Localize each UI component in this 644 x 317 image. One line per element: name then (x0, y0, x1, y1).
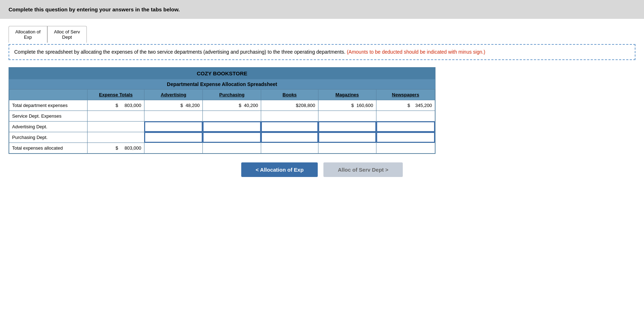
table-subtitle: Departmental Expense Allocation Spreadsh… (9, 79, 435, 89)
cell-purdept-expense-totals (88, 132, 144, 143)
col-header-row-label (9, 90, 88, 100)
row-label-purchasing-dept: Purchasing Dept. (9, 132, 88, 143)
table-row: Service Dept. Expenses (9, 111, 435, 122)
cell-total-books: $208,800 (261, 100, 318, 111)
cell-total-magazines: $ 160,600 (318, 100, 376, 111)
table-row: Total department expenses $ 803,000 $ 48… (9, 100, 435, 111)
cell-advdept-expense-totals (88, 122, 144, 132)
input-advdept-advertising[interactable] (144, 122, 202, 132)
banner-text: Complete this question by entering your … (9, 6, 180, 12)
cell-alloc-books (261, 143, 318, 154)
col-header-newspapers: Newspapers (376, 90, 435, 100)
table-row: Total expenses allocated $ 803,000 (9, 143, 435, 154)
col-header-magazines: Magazines (318, 90, 376, 100)
row-label-advertising-dept: Advertising Dept. (9, 122, 88, 132)
tab-alloc-serv-dept[interactable]: Alloc of ServDept (47, 26, 87, 43)
cell-service-advertising (144, 111, 203, 122)
cell-advdept-purchasing[interactable] (203, 122, 261, 132)
row-label-total-dept-expenses: Total department expenses (9, 100, 88, 111)
input-purdept-newspapers[interactable] (376, 132, 435, 143)
cell-total-advertising: $ 48,200 (144, 100, 203, 111)
input-advdept-books[interactable] (261, 122, 318, 132)
col-header-expense-totals: Expense Totals (88, 90, 144, 100)
cell-purdept-advertising[interactable] (144, 132, 203, 143)
cell-service-expense-totals (88, 111, 144, 122)
tab-allocation-exp[interactable]: Allocation ofExp (9, 26, 47, 43)
next-button[interactable]: Alloc of Serv Dept > (323, 162, 402, 177)
row-label-service-dept-expenses: Service Dept. Expenses (9, 111, 88, 122)
instruction-box: Complete the spreadsheet by allocating t… (9, 44, 635, 60)
table-row: Advertising Dept. (9, 122, 435, 132)
row-label-total-allocated: Total expenses allocated (9, 143, 88, 154)
cell-service-books (261, 111, 318, 122)
allocation-table: Expense Totals Advertising Purchasing Bo… (9, 89, 435, 154)
input-advdept-purchasing[interactable] (203, 122, 261, 132)
tabs-container: Allocation ofExp Alloc of ServDept (9, 26, 635, 43)
cell-alloc-purchasing (203, 143, 261, 154)
cell-advdept-advertising[interactable] (144, 122, 203, 132)
cell-service-magazines (318, 111, 376, 122)
cell-purdept-books[interactable] (261, 132, 318, 143)
input-advdept-newspapers[interactable] (376, 122, 435, 132)
input-advdept-magazines[interactable] (318, 122, 376, 132)
cell-advdept-magazines[interactable] (318, 122, 376, 132)
cell-total-newspapers: $ 345,200 (376, 100, 435, 111)
table-title: COZY BOOKSTORE (9, 68, 435, 79)
input-purdept-magazines[interactable] (318, 132, 376, 143)
cell-advdept-books[interactable] (261, 122, 318, 132)
cell-alloc-expense-totals: $ 803,000 (88, 143, 144, 154)
top-banner: Complete this question by entering your … (0, 0, 644, 19)
prev-button[interactable]: < Allocation of Exp (241, 162, 318, 177)
spreadsheet-container: COZY BOOKSTORE Departmental Expense Allo… (9, 67, 436, 154)
instruction-main-text: Complete the spreadsheet by allocating t… (14, 49, 345, 55)
cell-purdept-magazines[interactable] (318, 132, 376, 143)
cell-service-newspapers (376, 111, 435, 122)
cell-total-purchasing: $ 40,200 (203, 100, 261, 111)
cell-service-purchasing (203, 111, 261, 122)
cell-purdept-newspapers[interactable] (376, 132, 435, 143)
cell-alloc-newspapers (376, 143, 435, 154)
table-row: Purchasing Dept. (9, 132, 435, 143)
cell-advdept-newspapers[interactable] (376, 122, 435, 132)
cell-alloc-magazines (318, 143, 376, 154)
instruction-red-text: (Amounts to be deducted should be indica… (347, 49, 485, 55)
input-purdept-purchasing[interactable] (203, 132, 261, 143)
input-purdept-books[interactable] (261, 132, 318, 143)
nav-buttons: < Allocation of Exp Alloc of Serv Dept > (9, 162, 635, 177)
col-header-purchasing: Purchasing (203, 90, 261, 100)
cell-alloc-advertising (144, 143, 203, 154)
input-purdept-advertising[interactable] (144, 132, 202, 143)
cell-total-expense-totals: $ 803,000 (88, 100, 144, 111)
cell-purdept-purchasing[interactable] (203, 132, 261, 143)
col-header-advertising: Advertising (144, 90, 203, 100)
col-header-books: Books (261, 90, 318, 100)
